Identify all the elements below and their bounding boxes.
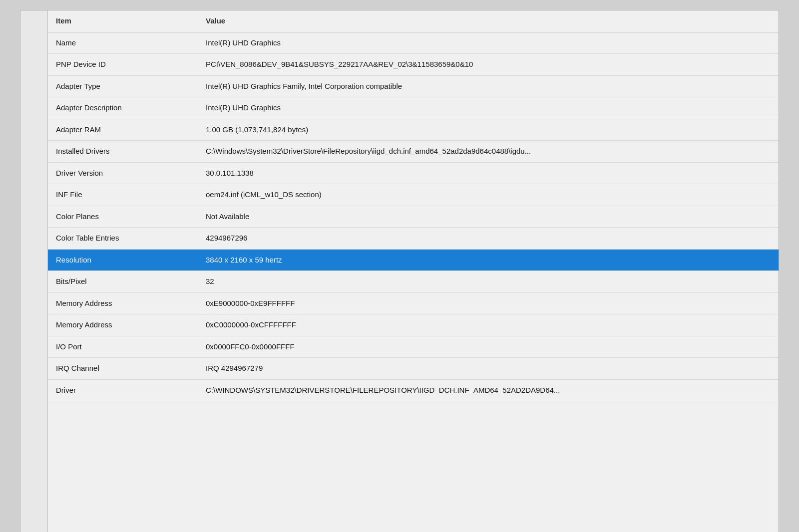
table-row[interactable]: Color Table Entries4294967296 (48, 228, 779, 250)
table-row[interactable]: Resolution3840 x 2160 x 59 hertz (48, 249, 779, 271)
table-row[interactable]: Adapter TypeIntel(R) UHD Graphics Family… (48, 75, 779, 97)
properties-table: Item Value NameIntel(R) UHD GraphicsPNP … (48, 10, 779, 401)
row-item-value: C:\WINDOWS\SYSTEM32\DRIVERSTORE\FILEREPO… (198, 379, 779, 401)
row-item-label: Installed Drivers (48, 141, 198, 163)
table-row[interactable]: IRQ ChannelIRQ 4294967279 (48, 358, 779, 380)
row-item-value: 3840 x 2160 x 59 hertz (198, 249, 779, 271)
row-item-value: 0xC0000000-0xCFFFFFFF (198, 314, 779, 336)
row-item-value: Intel(R) UHD Graphics (198, 32, 779, 54)
row-item-value: IRQ 4294967279 (198, 358, 779, 380)
row-item-value: 32 (198, 271, 779, 293)
row-item-label: I/O Port (48, 336, 198, 358)
row-item-value: oem24.inf (iCML_w10_DS section) (198, 184, 779, 206)
row-item-value: 0x0000FFC0-0x0000FFFF (198, 336, 779, 358)
table-row[interactable]: DriverC:\WINDOWS\SYSTEM32\DRIVERSTORE\FI… (48, 379, 779, 401)
table-row[interactable]: Memory Address0xE9000000-0xE9FFFFFF (48, 292, 779, 314)
row-item-label: Adapter Description (48, 97, 198, 119)
table-row[interactable]: PNP Device IDPCI\VEN_8086&DEV_9B41&SUBSY… (48, 54, 779, 76)
row-item-value: Intel(R) UHD Graphics (198, 97, 779, 119)
row-item-label: Color Table Entries (48, 228, 198, 250)
table-row[interactable]: Color PlanesNot Available (48, 206, 779, 228)
row-item-label: Adapter Type (48, 75, 198, 97)
row-item-value: PCI\VEN_8086&DEV_9B41&SUBSYS_229217AA&RE… (198, 54, 779, 76)
row-item-value: 4294967296 (198, 228, 779, 250)
table-header-row: Item Value (48, 10, 779, 32)
row-item-label: Adapter RAM (48, 119, 198, 141)
row-item-label: Bits/Pixel (48, 271, 198, 293)
column-header-item: Item (48, 10, 198, 32)
row-item-value: 30.0.101.1338 (198, 162, 779, 184)
row-item-value: 1.00 GB (1,073,741,824 bytes) (198, 119, 779, 141)
row-item-value: Not Available (198, 206, 779, 228)
row-item-value: Intel(R) UHD Graphics Family, Intel Corp… (198, 75, 779, 97)
row-item-label: Resolution (48, 249, 198, 271)
main-container: Item Value NameIntel(R) UHD GraphicsPNP … (20, 10, 779, 532)
empty-space (48, 401, 779, 532)
row-item-label: IRQ Channel (48, 358, 198, 380)
row-item-label: Memory Address (48, 314, 198, 336)
row-item-label: INF File (48, 184, 198, 206)
row-item-label: Name (48, 32, 198, 54)
table-container: Item Value NameIntel(R) UHD GraphicsPNP … (48, 10, 779, 532)
table-row[interactable]: Adapter DescriptionIntel(R) UHD Graphics (48, 97, 779, 119)
row-item-label: Driver (48, 379, 198, 401)
table-row[interactable]: I/O Port0x0000FFC0-0x0000FFFF (48, 336, 779, 358)
left-gutter (20, 10, 48, 532)
row-item-value: 0xE9000000-0xE9FFFFFF (198, 292, 779, 314)
table-row[interactable]: NameIntel(R) UHD Graphics (48, 32, 779, 54)
row-item-label: Color Planes (48, 206, 198, 228)
table-row[interactable]: Installed DriversC:\Windows\System32\Dri… (48, 141, 779, 163)
row-item-label: PNP Device ID (48, 54, 198, 76)
table-row[interactable]: Driver Version30.0.101.1338 (48, 162, 779, 184)
row-item-value: C:\Windows\System32\DriverStore\FileRepo… (198, 141, 779, 163)
table-row[interactable]: Memory Address0xC0000000-0xCFFFFFFF (48, 314, 779, 336)
table-row[interactable]: INF Fileoem24.inf (iCML_w10_DS section) (48, 184, 779, 206)
table-row[interactable]: Adapter RAM1.00 GB (1,073,741,824 bytes) (48, 119, 779, 141)
column-header-value: Value (198, 10, 779, 32)
row-item-label: Driver Version (48, 162, 198, 184)
row-item-label: Memory Address (48, 292, 198, 314)
table-row[interactable]: Bits/Pixel32 (48, 271, 779, 293)
